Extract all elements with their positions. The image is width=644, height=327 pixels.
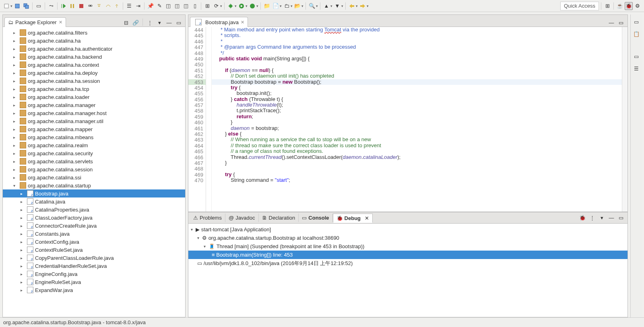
file-row[interactable]: ▸EngineConfig.java (3, 270, 185, 278)
refresh-button[interactable]: ⟳ (212, 2, 220, 10)
filters-button[interactable]: ⋮ (146, 19, 154, 27)
toggle-b-button[interactable]: ◫ (173, 2, 181, 10)
link-editor-button[interactable]: 🔗 (132, 19, 140, 27)
debug-perspective-button[interactable]: 🐞 (625, 2, 633, 10)
new-class-button[interactable]: 📄 (272, 2, 280, 10)
file-row[interactable]: ▸CopyParentClassLoaderRule.java (3, 254, 185, 262)
dropdown-icon[interactable]: ▾ (316, 4, 318, 8)
package-row[interactable]: ▸org.apache.catalina.session (3, 165, 185, 173)
close-icon[interactable]: ✕ (59, 20, 62, 25)
file-row[interactable]: ▸EngineRuleSet.java (3, 278, 185, 286)
trim-tasks-button[interactable]: ☰ (632, 64, 640, 72)
next-annotation-button[interactable]: ▼ (333, 2, 341, 10)
file-row[interactable]: ▸CatalinaProperties.java (3, 206, 185, 214)
tab-debug[interactable]: 🐞Debug✕ (333, 214, 373, 223)
save-all-button[interactable] (22, 2, 30, 10)
package-row[interactable]: ▸org.apache.catalina.mapper (3, 125, 185, 133)
debug-launch-row[interactable]: ▾▶ start-tomcat [Java Application] (188, 225, 627, 234)
debug-process-row[interactable]: ▾⚙ org.apache.catalina.startup.Bootstrap… (188, 234, 627, 242)
package-row[interactable]: ▸org.apache.catalina.security (3, 149, 185, 157)
package-row[interactable]: ▸org.apache.catalina.manager.host (3, 109, 185, 117)
debug-toolbar-b[interactable]: ⋮ (588, 214, 596, 222)
tab-javadoc[interactable]: @Javadoc (225, 214, 259, 222)
tab-declaration[interactable]: 🗎Declaration (259, 214, 299, 222)
suspend-button[interactable] (68, 2, 76, 10)
debug-thread-row[interactable]: ▾🧵 Thread [main] (Suspended (breakpoint … (188, 242, 627, 251)
toggle-d-button[interactable]: ▯ (191, 2, 199, 10)
maximize-button[interactable]: ▭ (617, 19, 625, 27)
step-into-button[interactable] (95, 2, 103, 10)
package-row[interactable]: ▸org.apache.catalina.filters (3, 29, 185, 37)
terminate-button[interactable] (77, 2, 85, 10)
file-row[interactable]: ▸ClassLoaderFactory.java (3, 214, 185, 222)
package-row[interactable]: ▸org.apache.catalina.realm (3, 141, 185, 149)
dropdown-icon[interactable]: ▾ (256, 4, 258, 8)
screen-toggle-button[interactable]: ▭ (35, 2, 43, 10)
dropdown-icon[interactable]: ▾ (356, 4, 358, 8)
open-perspective-button[interactable]: ⊞ (603, 2, 611, 10)
minimize-button[interactable]: ― (607, 19, 615, 27)
debug-button[interactable] (227, 2, 235, 10)
file-row[interactable]: ▸ContextRuleSet.java (3, 246, 185, 254)
build-button[interactable]: ⊞ (203, 2, 211, 10)
toggle-a-button[interactable]: ◫ (164, 2, 172, 10)
package-row[interactable]: ▸org.apache.catalina.ha.backend (3, 53, 185, 61)
resume-button[interactable] (60, 2, 68, 10)
trim-outline-button[interactable]: 📋 (632, 30, 640, 38)
package-row[interactable]: ▸org.apache.catalina.ssi (3, 173, 185, 181)
pin-button[interactable]: 📌 (147, 2, 155, 10)
save-button[interactable] (13, 2, 21, 10)
step-filters-button[interactable]: ⇥ (134, 2, 142, 10)
package-row[interactable]: ▸org.apache.catalina.ha.session (3, 77, 185, 85)
quick-access-input[interactable]: Quick Access (560, 2, 599, 10)
trim-restore2-button[interactable]: ▭ (632, 52, 640, 60)
skip-breakpoints-button[interactable]: ⤳ (47, 2, 55, 10)
package-row[interactable]: ▸org.apache.catalina.manager.util (3, 117, 185, 125)
dropdown-icon[interactable]: ▾ (341, 4, 343, 8)
dropdown-icon[interactable]: ▾ (235, 4, 237, 8)
run-last-button[interactable] (248, 2, 256, 10)
file-row[interactable]: ▸ContextConfig.java (3, 238, 185, 246)
package-row[interactable]: ▾org.apache.catalina.startup (3, 181, 185, 189)
maximize-button[interactable]: ▭ (617, 214, 625, 222)
editor-area[interactable]: 4444454464474484494504514524534544554564… (188, 27, 627, 212)
debug-frame-row[interactable]: ≡ Bootstrap.main(String[]) line: 453 (188, 251, 627, 259)
search-button[interactable]: 🔍 (308, 2, 316, 10)
dropdown-icon[interactable]: ▾ (220, 4, 222, 8)
package-tree[interactable]: ▸org.apache.catalina.filters▸org.apache.… (3, 27, 185, 317)
back-button[interactable] (348, 2, 356, 10)
run-button[interactable] (237, 2, 246, 10)
plugin-perspective-button[interactable]: ⚙ (634, 2, 642, 10)
disconnect-button[interactable]: ⚮ (86, 2, 94, 10)
debug-jvm-row[interactable]: ▭ /usr/lib/jvm/jdk1.8.0_102/bin/java (20… (188, 259, 627, 267)
dropdown-icon[interactable]: ▾ (301, 4, 303, 8)
dropdown-icon[interactable]: ▾ (246, 4, 248, 8)
dropdown-icon[interactable]: ▾ (330, 4, 332, 8)
package-row[interactable]: ▸org.apache.catalina.loader (3, 93, 185, 101)
prev-annotation-button[interactable]: ▲ (322, 2, 330, 10)
editor-tab[interactable]: Bootstrap.java ✕ (190, 17, 248, 27)
tab-console[interactable]: ▭Console (299, 214, 332, 222)
dropdown-icon[interactable]: ▾ (10, 4, 12, 8)
file-row[interactable]: ▸Bootstrap.java (3, 189, 185, 197)
forward-button[interactable] (359, 2, 367, 10)
drop-frame-button[interactable]: ☰ (125, 2, 133, 10)
dropdown-icon[interactable]: ▾ (280, 4, 282, 8)
java-perspective-button[interactable]: ☕ (616, 2, 624, 10)
package-row[interactable]: ▸org.apache.catalina.mbeans (3, 133, 185, 141)
view-menu-button[interactable]: ▾ (598, 214, 606, 222)
trim-restore-button[interactable]: ▭ (632, 18, 640, 26)
collapse-all-button[interactable]: ⊟ (122, 19, 130, 27)
dropdown-icon[interactable]: ▾ (291, 4, 293, 8)
view-menu-button[interactable]: ▾ (155, 19, 163, 27)
package-row[interactable]: ▸org.apache.catalina.ha.authenticator (3, 45, 185, 53)
package-row[interactable]: ▸org.apache.catalina.ha.deploy (3, 69, 185, 77)
new-folder-button[interactable]: 🗀 (283, 2, 291, 10)
new-package-button[interactable]: 📁 (263, 2, 271, 10)
close-icon[interactable]: ✕ (241, 20, 244, 25)
tab-problems[interactable]: ⚠Problems (190, 214, 225, 222)
toggle-c-button[interactable]: ◫ (182, 2, 190, 10)
package-row[interactable]: ▸org.apache.catalina.manager (3, 101, 185, 109)
dropdown-icon[interactable]: ▾ (367, 4, 369, 8)
package-row[interactable]: ▸org.apache.catalina.ha (3, 37, 185, 45)
